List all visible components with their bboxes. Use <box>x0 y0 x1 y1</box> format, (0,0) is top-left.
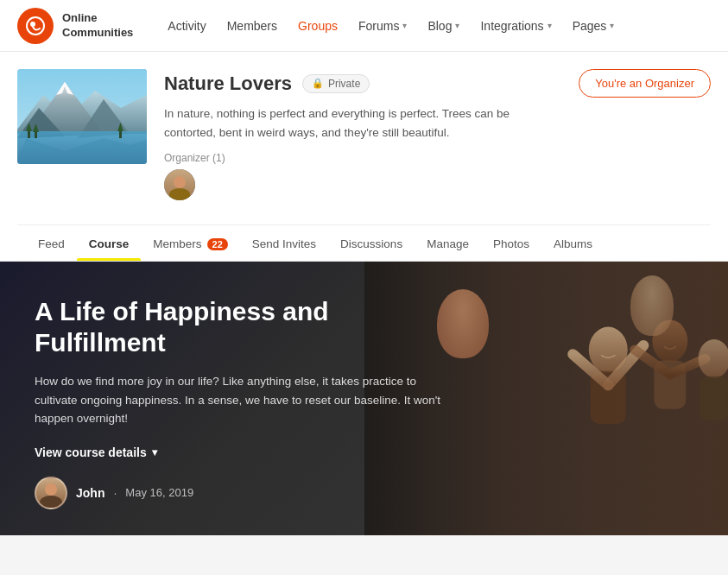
tab-send-invites[interactable]: Send Invites <box>240 225 328 261</box>
organizer-section: Organizer (1) <box>164 152 711 200</box>
nav-activity[interactable]: Activity <box>159 14 214 38</box>
tab-albums[interactable]: Albums <box>541 225 605 261</box>
tab-photos[interactable]: Photos <box>481 225 541 261</box>
organizer-avatar[interactable] <box>164 169 195 200</box>
integrations-chevron: ▾ <box>548 21 552 30</box>
group-name: Nature Lovers <box>164 73 292 95</box>
author-name: John <box>76 486 104 500</box>
group-description: In nature, nothing is perfect and everyt… <box>164 104 510 142</box>
nav-members[interactable]: Members <box>218 14 286 38</box>
logo-icon <box>17 8 54 44</box>
group-title-row: Nature Lovers 🔒 Private You're an Organi… <box>164 69 711 98</box>
tab-course[interactable]: Course <box>77 225 142 261</box>
tab-discussions[interactable]: Discussions <box>328 225 415 261</box>
group-info: Nature Lovers 🔒 Private You're an Organi… <box>164 69 711 211</box>
avatar-face <box>164 169 195 200</box>
group-card: Nature Lovers 🔒 Private You're an Organi… <box>0 52 728 262</box>
group-card-top: Nature Lovers 🔒 Private You're an Organi… <box>17 69 711 224</box>
author-separator: · <box>113 486 117 500</box>
nav-forums[interactable]: Forums ▾ <box>350 14 415 38</box>
blog-chevron: ▾ <box>455 21 459 30</box>
course-description: How do we find more joy in our life? Lik… <box>35 372 449 428</box>
nav-blog[interactable]: Blog ▾ <box>419 14 468 38</box>
tab-bar: Feed Course Members 22 Send Invites Disc… <box>17 224 711 261</box>
logo-text: OnlineCommunities <box>62 11 133 41</box>
privacy-label: Private <box>328 78 360 90</box>
tab-manage[interactable]: Manage <box>415 225 481 261</box>
nav-links: Activity Members Groups Forums ▾ Blog ▾ … <box>159 14 623 38</box>
course-title: A Life of Happiness and Fulfillment <box>35 296 466 358</box>
logo[interactable]: OnlineCommunities <box>17 8 133 44</box>
pages-chevron: ▾ <box>610 21 614 30</box>
author-date: May 16, 2019 <box>125 486 193 499</box>
tab-feed[interactable]: Feed <box>26 225 77 261</box>
view-course-details-button[interactable]: View course details ▾ <box>35 445 157 459</box>
author-row: John · May 16, 2019 <box>35 477 693 509</box>
top-navigation: OnlineCommunities Activity Members Group… <box>0 0 728 52</box>
author-avatar[interactable] <box>35 477 67 509</box>
organizer-button[interactable]: You're an Organizer <box>579 69 711 98</box>
nav-integrations[interactable]: Integrations ▾ <box>472 14 560 38</box>
nav-groups[interactable]: Groups <box>289 14 346 38</box>
chevron-down-icon: ▾ <box>152 446 157 458</box>
organizer-label: Organizer (1) <box>164 152 711 164</box>
lock-icon: 🔒 <box>312 78 324 89</box>
course-content: A Life of Happiness and Fulfillment How … <box>35 296 466 459</box>
course-hero: A Life of Happiness and Fulfillment How … <box>0 262 728 535</box>
tab-members[interactable]: Members 22 <box>141 225 240 261</box>
svg-point-0 <box>27 17 44 35</box>
nav-pages[interactable]: Pages ▾ <box>564 14 624 38</box>
svg-point-22 <box>652 320 687 363</box>
forums-chevron: ▾ <box>402 21 407 30</box>
svg-rect-27 <box>699 376 728 420</box>
group-image <box>17 69 147 164</box>
members-count-badge: 22 <box>207 238 228 250</box>
privacy-badge: 🔒 Private <box>302 74 370 93</box>
